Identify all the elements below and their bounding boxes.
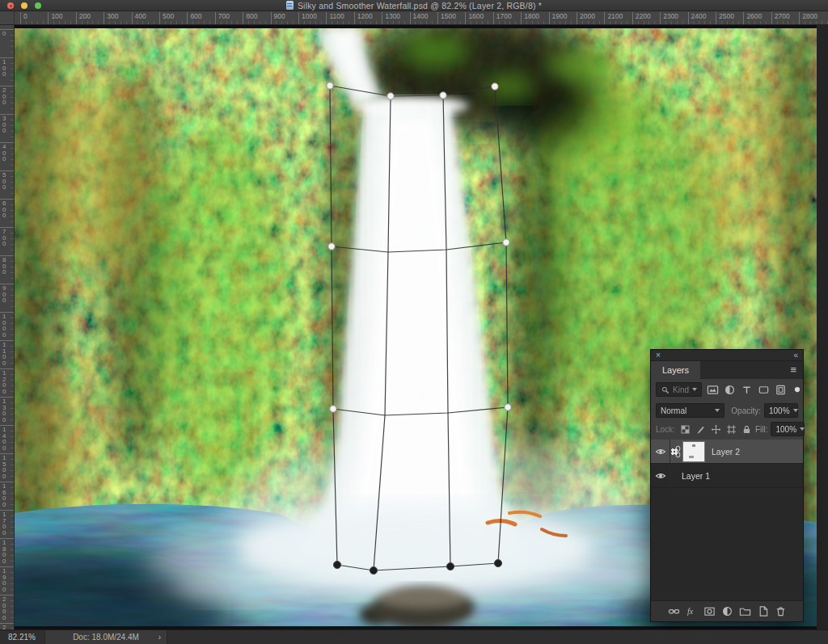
opacity-value: 100% xyxy=(769,406,790,415)
fill-label: Fill: xyxy=(755,425,768,434)
warp-handle[interactable] xyxy=(333,561,340,568)
visibility-eye-icon[interactable] xyxy=(655,471,666,481)
panel-collapse-button[interactable]: « xyxy=(793,351,798,360)
v-ruler-label: 8 0 0 xyxy=(0,255,14,276)
warp-handle[interactable] xyxy=(327,82,333,89)
fill-value: 100% xyxy=(775,425,796,434)
panel-tab-bar: Layers ≡ xyxy=(651,361,803,379)
adjustment-layer-filter-icon[interactable] xyxy=(724,384,736,396)
v-ruler-label: 1 8 0 0 xyxy=(0,538,14,564)
visibility-eye-icon[interactable] xyxy=(655,447,666,457)
zoom-level-field[interactable]: 82.21% xyxy=(0,633,44,642)
layer-effects-icon[interactable]: fx xyxy=(686,605,698,617)
layers-list: Layer 2Layer 1 xyxy=(651,440,803,600)
h-ruler-label: 200 xyxy=(76,12,91,24)
h-ruler-label: 2500 xyxy=(716,12,734,24)
type-layer-filter-icon[interactable] xyxy=(741,384,753,396)
new-layer-icon[interactable] xyxy=(757,605,769,617)
lock-move-icon[interactable] xyxy=(711,424,721,435)
status-expand-icon[interactable]: › xyxy=(158,633,161,642)
v-ruler-label: 1 1 0 0 xyxy=(0,340,14,366)
layer-mask-thumbnail[interactable] xyxy=(683,442,704,461)
warp-handle[interactable] xyxy=(503,239,509,246)
minimize-window-button[interactable] xyxy=(21,2,27,9)
warp-handle[interactable] xyxy=(440,92,446,99)
warp-handle[interactable] xyxy=(492,83,498,90)
h-ruler-label: 2600 xyxy=(743,12,762,24)
blend-mode-dropdown[interactable]: Normal xyxy=(656,403,724,418)
layer-row[interactable]: Layer 2 xyxy=(651,440,803,464)
h-ruler-label: 2700 xyxy=(771,12,790,24)
window-controls xyxy=(7,2,41,9)
lock-row: Lock: Fill: 100% xyxy=(651,421,803,440)
kind-filter-label: Kind xyxy=(673,385,689,394)
v-ruler-label: 1 7 0 0 xyxy=(0,510,14,536)
search-icon xyxy=(661,385,670,394)
link-layers-icon[interactable] xyxy=(668,605,680,617)
h-ruler-label: 600 xyxy=(187,12,201,24)
blend-row: Normal Opacity: 100% xyxy=(651,400,803,421)
opacity-field[interactable]: 100% xyxy=(764,403,798,418)
h-ruler-label: 900 xyxy=(271,12,285,24)
warp-handle[interactable] xyxy=(494,559,501,566)
filter-icons xyxy=(705,384,788,396)
v-ruler-label: 1 9 0 0 xyxy=(0,566,14,592)
filter-toggle-icon[interactable] xyxy=(793,385,801,394)
warp-handle[interactable] xyxy=(387,93,394,99)
svg-text:fx: fx xyxy=(686,607,693,616)
panel-bottom-bar: fx xyxy=(651,600,803,621)
lock-paint-icon[interactable] xyxy=(695,424,706,435)
lock-icons xyxy=(680,424,752,435)
warp-handle[interactable] xyxy=(446,562,454,570)
kind-filter-dropdown[interactable]: Kind xyxy=(656,382,702,397)
v-ruler-label: 1 0 0 xyxy=(0,57,14,78)
warp-handle[interactable] xyxy=(505,404,511,410)
v-ruler-label: 1 0 0 0 xyxy=(0,312,14,338)
new-group-icon[interactable] xyxy=(739,605,751,617)
h-ruler-label: 2800 xyxy=(799,12,817,24)
h-ruler-label: 1200 xyxy=(354,12,373,24)
horizontal-ruler: 0100200300400500600700800900100011001200… xyxy=(15,11,828,25)
v-ruler-label: 2 0 0 0 xyxy=(0,595,14,621)
add-mask-icon[interactable] xyxy=(703,605,716,617)
layers-panel: × « Layers ≡ Kind Normal Opacity: 100% xyxy=(650,349,804,622)
lock-artboard-icon[interactable] xyxy=(726,424,737,435)
doc-size-info[interactable]: Doc: 18.0M/24.4M › xyxy=(44,630,167,644)
h-ruler-label: 1000 xyxy=(298,12,317,24)
layer-name: Layer 2 xyxy=(712,447,740,457)
zoom-window-button[interactable] xyxy=(35,2,41,9)
pixel-layer-filter-icon[interactable] xyxy=(707,384,719,396)
shape-layer-filter-icon[interactable] xyxy=(758,384,770,396)
lock-label: Lock: xyxy=(656,425,675,434)
v-ruler-label: 1 5 0 0 xyxy=(0,453,14,479)
close-window-button[interactable] xyxy=(7,2,14,9)
h-ruler-label: 400 xyxy=(132,12,146,24)
panel-close-button[interactable]: × xyxy=(656,351,661,360)
new-adjustment-icon[interactable] xyxy=(721,605,733,617)
h-ruler-label: 1300 xyxy=(382,12,400,24)
warp-handle[interactable] xyxy=(328,243,335,250)
document-icon xyxy=(286,1,294,10)
smart-object-filter-icon[interactable] xyxy=(775,384,787,396)
lock-transparency-icon[interactable] xyxy=(680,424,691,435)
photoshop-window: Silky and Smoother Waterfall.psd @ 82.2%… xyxy=(0,0,828,644)
delete-layer-icon[interactable] xyxy=(775,605,787,617)
v-ruler-label: 3 0 0 xyxy=(0,114,14,134)
layer-name: Layer 1 xyxy=(682,471,710,481)
layer-row[interactable]: Layer 1 xyxy=(651,464,803,488)
fill-field[interactable]: 100% xyxy=(771,422,805,436)
h-ruler-label: 800 xyxy=(243,12,257,24)
h-ruler-label: 500 xyxy=(159,12,174,24)
h-ruler-label: 1400 xyxy=(410,12,429,24)
v-ruler-label: 4 0 0 xyxy=(0,142,14,162)
v-ruler-label: 2 0 0 xyxy=(0,86,14,106)
tab-layers[interactable]: Layers xyxy=(651,361,700,379)
panel-menu-icon[interactable]: ≡ xyxy=(790,364,796,376)
h-ruler-label: 100 xyxy=(48,12,62,24)
ruler-origin-corner[interactable] xyxy=(0,11,15,25)
warp-handle[interactable] xyxy=(370,566,377,574)
v-ruler-label: 1 4 0 0 xyxy=(0,425,14,451)
lock-all-icon[interactable] xyxy=(741,424,752,435)
warp-handle[interactable] xyxy=(330,406,336,412)
v-ruler-label: 1 6 0 0 xyxy=(0,482,14,507)
